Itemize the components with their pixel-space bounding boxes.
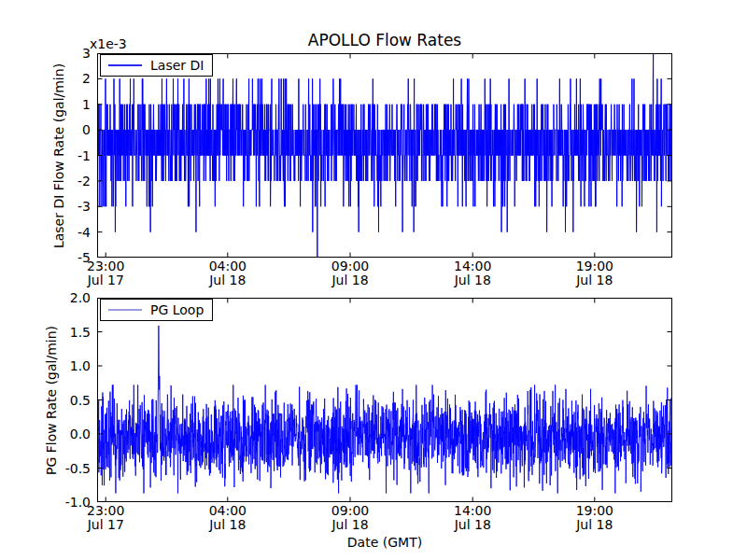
- y-tick-label: 0.5: [70, 393, 91, 408]
- laser-di-legend-line-icon: [108, 64, 142, 66]
- y-tick-label: 2.0: [70, 290, 91, 305]
- x-tick-time: 19:00: [576, 259, 613, 273]
- x-tick-date: Jul 18: [209, 518, 247, 532]
- laser-di-legend-label: Laser DI: [150, 58, 204, 73]
- x-tick-label: 23:00Jul 17: [87, 504, 124, 532]
- x-tick-label: 19:00Jul 18: [576, 259, 613, 287]
- x-tick-time: 23:00: [87, 504, 124, 518]
- x-tick-date: Jul 18: [454, 273, 491, 287]
- x-tick-date: Jul 18: [454, 518, 491, 532]
- x-tick-label: 14:00Jul 18: [454, 259, 491, 287]
- y-tick-label: 1.0: [70, 358, 91, 373]
- x-tick-date: Jul 18: [331, 273, 369, 287]
- x-tick-label: 14:00Jul 18: [454, 504, 491, 532]
- x-tick-time: 19:00: [576, 504, 613, 518]
- y-tick-label: 3: [82, 46, 91, 61]
- x-tick-time: 04:00: [209, 504, 247, 518]
- x-tick-time: 14:00: [454, 504, 491, 518]
- x-tick-label: 09:00Jul 18: [331, 504, 369, 532]
- laser-di-axes: Laser DI 3210-1-2-3-4-523:00Jul 1704:00J…: [97, 53, 672, 258]
- x-axis-label: Date (GMT): [347, 535, 422, 550]
- x-tick-time: 04:00: [209, 259, 247, 273]
- x-tick-label: 23:00Jul 17: [87, 259, 124, 287]
- pg-loop-legend-line-icon: [108, 309, 142, 311]
- x-tick-time: 09:00: [331, 259, 369, 273]
- x-tick-time: 23:00: [87, 259, 124, 273]
- pg-loop-legend-label: PG Loop: [150, 302, 204, 317]
- y-tick-label: -3: [78, 199, 91, 214]
- laser-di-legend: Laser DI: [100, 54, 213, 77]
- x-tick-label: 04:00Jul 18: [209, 504, 247, 532]
- y-tick-label: -1: [78, 148, 91, 163]
- pg-loop-plot-canvas: [97, 298, 672, 502]
- x-tick-date: Jul 18: [576, 518, 613, 532]
- y-axis-offset-text: x1e-3: [90, 36, 127, 51]
- figure: APOLLO Flow Rates x1e-3 Laser DI Flow Ra…: [0, 0, 747, 560]
- y-tick-label: 1: [82, 97, 91, 112]
- pg-loop-legend: PG Loop: [100, 299, 213, 321]
- chart-title: APOLLO Flow Rates: [308, 31, 461, 49]
- x-tick-date: Jul 18: [209, 273, 247, 287]
- pg-loop-data-line: [97, 326, 672, 494]
- y-tick-label: 0: [82, 122, 91, 137]
- x-tick-label: 04:00Jul 18: [209, 259, 247, 287]
- x-tick-label: 19:00Jul 18: [576, 504, 613, 532]
- x-tick-time: 09:00: [331, 504, 369, 518]
- y-tick-label: -4: [78, 225, 91, 240]
- bottom-y-axis-label: PG Flow Rate (gal/min): [44, 326, 59, 475]
- y-tick-label: 2: [82, 71, 91, 86]
- y-tick-label: 0.0: [70, 427, 91, 441]
- x-tick-date: Jul 18: [576, 273, 613, 287]
- y-tick-label: -0.5: [65, 461, 91, 476]
- x-tick-date: Jul 17: [87, 518, 124, 532]
- x-tick-label: 09:00Jul 18: [331, 259, 369, 287]
- laser-di-plot-canvas: [97, 53, 672, 258]
- x-tick-date: Jul 18: [331, 518, 369, 532]
- y-tick-label: 1.5: [70, 325, 91, 340]
- x-tick-time: 14:00: [454, 259, 491, 273]
- laser-di-data-line: [97, 53, 672, 258]
- x-tick-date: Jul 17: [87, 273, 124, 287]
- top-y-axis-label: Laser DI Flow Rate (gal/min): [51, 63, 66, 248]
- pg-loop-axes: PG Loop 2.01.51.00.50.0-0.5-1.023:00Jul …: [97, 298, 672, 502]
- y-tick-label: -2: [78, 174, 91, 189]
